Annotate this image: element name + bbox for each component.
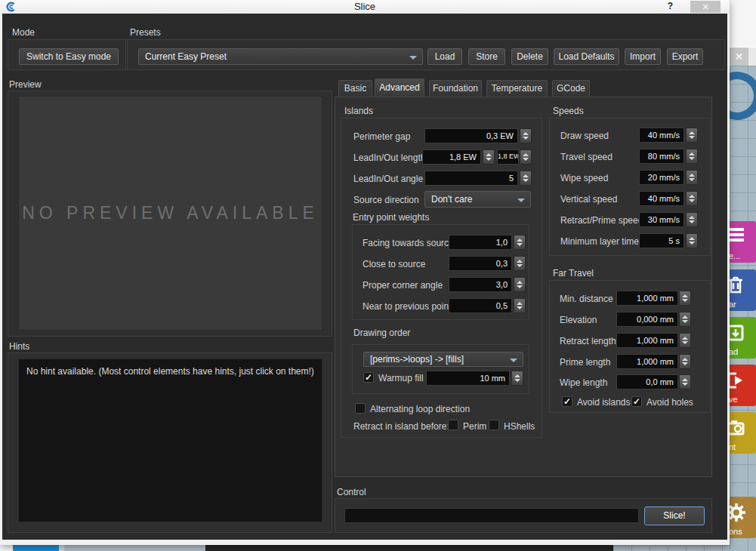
sidebar-button-label: ons (729, 527, 742, 536)
retract-length-input[interactable]: 1,000 mm (616, 333, 678, 348)
leadout-length-spinner[interactable] (520, 149, 532, 165)
background-close-button[interactable]: ✕ (730, 48, 748, 66)
near-previous-spinner[interactable] (514, 298, 526, 313)
drawing-order-select[interactable]: [perims->loops] -> [fills] (363, 352, 523, 367)
dialog-close-button[interactable]: ✕ (690, 1, 721, 13)
leadin-length-spinner[interactable] (483, 149, 495, 165)
trash-icon (727, 274, 745, 298)
preview-panel: NO PREVIEW AVAILABLE (18, 96, 322, 331)
sidebar-button-label: nt (729, 442, 736, 451)
sidebar-button-save[interactable]: ve (727, 365, 756, 406)
background-bottom-left (0, 545, 13, 551)
sidebar-button-label: ve (729, 395, 738, 404)
perimeter-gap-spinner[interactable] (520, 128, 532, 143)
preset-select[interactable]: Current Easy Preset (138, 48, 423, 65)
slice-icon (727, 226, 745, 248)
gear-icon (727, 501, 747, 528)
elevation-input[interactable]: 0,000 mm (616, 312, 678, 327)
source-direction-label: Source direction (353, 195, 419, 205)
tab-foundation[interactable]: Foundation (429, 80, 482, 97)
help-button[interactable]: ? (668, 1, 673, 11)
import-button[interactable]: Import (625, 48, 661, 65)
close-source-label: Close to source (363, 259, 425, 269)
sidebar-button-options[interactable]: ons (727, 497, 756, 538)
alternating-loop-checkbox[interactable] (355, 403, 366, 414)
vertical-speed-spinner[interactable] (686, 191, 698, 206)
draw-speed-input[interactable]: 40 mm/s (639, 128, 684, 143)
mode-group-label: Mode (12, 27, 35, 38)
min-layer-time-input[interactable]: 5 s (639, 233, 684, 248)
dialog-titlebar[interactable]: Slice ? ✕ (0, 0, 730, 14)
sidebar-button-print[interactable]: nt (727, 412, 756, 454)
tab-gcode[interactable]: GCode (552, 80, 590, 97)
leadinout-angle-label: LeadIn/Out angle (353, 174, 423, 184)
sidebar-button-label: ad (729, 347, 738, 356)
perimeter-gap-input[interactable]: 0,3 EW (424, 128, 518, 143)
slice-dialog: Slice ? ✕ Mode Switch to Easy mode Prese… (0, 0, 730, 545)
proper-corner-input[interactable]: 3,0 (449, 277, 512, 292)
chevron-down-icon (517, 199, 525, 202)
retract-prime-speed-input[interactable]: 30 mm/s (639, 212, 684, 227)
min-layer-time-spinner[interactable] (686, 233, 698, 248)
close-source-spinner[interactable] (514, 256, 526, 271)
leadin-length-input[interactable]: 1,8 EW (422, 149, 481, 165)
min-layer-time-label: Minimum layer time (560, 236, 639, 247)
travel-speed-input[interactable]: 80 mm/s (639, 149, 684, 164)
min-distance-input[interactable]: 1,000 mm (616, 291, 678, 306)
vertical-speed-input[interactable]: 40 mm/s (639, 191, 684, 206)
source-direction-select[interactable]: Don't care (424, 191, 531, 208)
wipe-speed-input[interactable]: 20 mm/s (639, 170, 684, 185)
warmup-fill-spinner[interactable] (511, 371, 523, 386)
background-titlebar-edge (748, 48, 756, 66)
retract-length-spinner[interactable] (679, 333, 691, 348)
close-source-input[interactable]: 0,3 (449, 256, 512, 271)
sidebar-button-load[interactable]: ad (727, 317, 756, 359)
source-direction-value: Don't care (431, 194, 472, 205)
tab-advanced[interactable]: Advanced (375, 78, 424, 97)
elevation-spinner[interactable] (679, 312, 691, 327)
leadinout-angle-input[interactable]: 5 (424, 171, 518, 186)
avoid-islands-checkbox[interactable] (562, 396, 572, 407)
sidebar-button-slice[interactable]: e... (727, 221, 756, 263)
store-button[interactable]: Store (468, 48, 505, 65)
islands-group-label: Islands (344, 106, 373, 116)
prime-length-spinner[interactable] (679, 354, 691, 369)
travel-speed-spinner[interactable] (686, 149, 698, 164)
prime-length-input[interactable]: 1,000 mm (616, 354, 678, 369)
leadout-length-input[interactable]: 1,8 EW (497, 149, 519, 165)
load-button[interactable]: Load (427, 48, 462, 65)
dialog-client-area: Mode Switch to Easy mode Presets Current… (2, 14, 727, 540)
near-previous-input[interactable]: 0,5 (449, 298, 512, 313)
chevron-down-icon (409, 56, 417, 60)
prime-length-label: Prime length (560, 357, 610, 368)
export-button[interactable]: Export (667, 48, 703, 65)
warmup-fill-checkbox[interactable] (363, 372, 374, 383)
retract-prime-speed-label: Retract/Prime speed (560, 215, 643, 226)
tab-temperature[interactable]: Temperature (486, 80, 548, 97)
warmup-fill-label: Warmup fill (378, 373, 424, 383)
avoid-islands-label: Avoid islands (577, 397, 631, 408)
draw-speed-spinner[interactable] (686, 128, 698, 143)
retract-prime-speed-spinner[interactable] (686, 212, 698, 227)
facing-source-spinner[interactable] (514, 235, 526, 250)
wipe-length-input[interactable]: 0,0 mm (616, 374, 678, 389)
retract-hshells-checkbox[interactable] (489, 420, 499, 430)
retract-perim-checkbox[interactable] (448, 420, 458, 430)
load-defaults-button[interactable]: Load Defaults (554, 48, 619, 65)
min-distance-spinner[interactable] (679, 291, 691, 306)
facing-source-label: Facing towards source (363, 238, 454, 248)
retract-hshells-label: HShells (504, 421, 535, 432)
control-group-label: Control (337, 487, 366, 497)
warmup-fill-input[interactable]: 10 mm (426, 371, 510, 386)
proper-corner-spinner[interactable] (514, 277, 526, 292)
avoid-holes-checkbox[interactable] (631, 396, 642, 407)
sidebar-button-clear[interactable]: ar (727, 269, 756, 311)
tab-basic[interactable]: Basic (338, 80, 372, 97)
switch-easy-mode-button[interactable]: Switch to Easy mode (19, 48, 119, 65)
slice-button[interactable]: Slice! (644, 506, 705, 525)
leadinout-angle-spinner[interactable] (520, 171, 532, 186)
facing-source-input[interactable]: 1,0 (449, 235, 512, 250)
wipe-speed-spinner[interactable] (686, 170, 698, 185)
wipe-length-spinner[interactable] (679, 374, 691, 389)
delete-button[interactable]: Delete (511, 48, 548, 65)
